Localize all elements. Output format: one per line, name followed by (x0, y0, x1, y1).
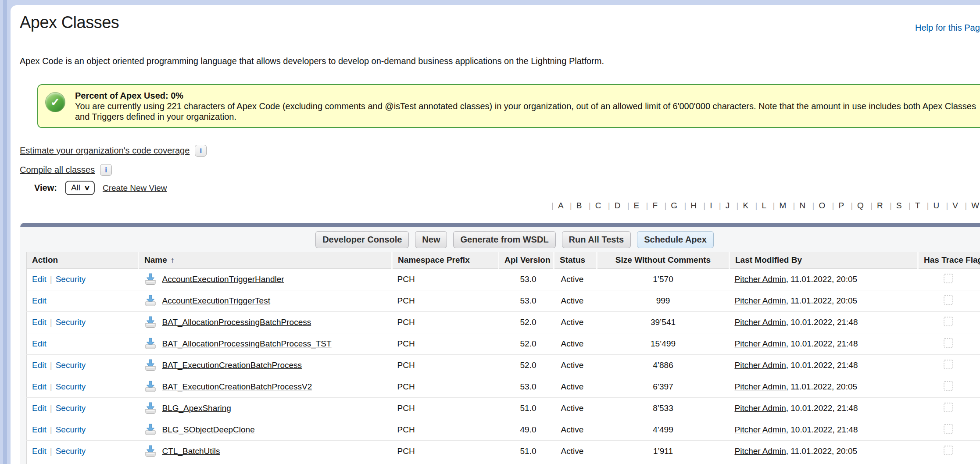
letter-link[interactable]: H (690, 201, 697, 210)
edit-link[interactable]: Edit (32, 360, 46, 370)
header-size-without-comments[interactable]: Size Without Comments (597, 252, 730, 269)
security-link[interactable]: Security (56, 425, 86, 434)
trace-flag-checkbox[interactable] (944, 360, 953, 369)
letter-link[interactable]: O (819, 201, 826, 210)
trace-flag-checkbox[interactable] (944, 446, 953, 455)
class-name-link[interactable]: BLG_SObjectDeepClone (162, 425, 255, 435)
list-toolbar: Developer Console New Generate from WSDL… (20, 227, 980, 252)
edit-link[interactable]: Edit (32, 403, 46, 413)
edit-link[interactable]: Edit (32, 318, 46, 327)
letter-link[interactable]: J (726, 201, 730, 210)
letter-link[interactable]: U (933, 201, 939, 210)
edit-link[interactable]: Edit (32, 425, 46, 434)
table-row: Edit|Security BLG_SObjectDeepC (27, 419, 980, 441)
security-link[interactable]: Security (56, 446, 86, 456)
last-modified-cell: Pitcher Admin, 10.01.2022, 21:48 (730, 355, 918, 376)
modified-by-link[interactable]: Pitcher Admin (735, 296, 786, 305)
letter-link[interactable]: P (839, 201, 844, 210)
action-cell: Edit| (27, 290, 139, 312)
header-status[interactable]: Status (554, 252, 597, 269)
create-new-view-link[interactable]: Create New View (103, 183, 167, 193)
class-name-link[interactable]: AccountExecutionTriggerTest (162, 296, 270, 306)
trace-flag-checkbox[interactable] (944, 381, 953, 391)
security-link[interactable]: Security (56, 382, 86, 391)
trace-flag-checkbox[interactable] (944, 424, 953, 434)
modified-by-link[interactable]: Pitcher Admin (735, 318, 786, 327)
letter-link[interactable]: B (576, 201, 582, 210)
trace-flag-checkbox[interactable] (944, 403, 953, 412)
security-link[interactable]: Security (56, 275, 86, 284)
letter-link[interactable]: C (595, 201, 601, 210)
edit-link[interactable]: Edit (32, 339, 46, 348)
compile-classes-link[interactable]: Compile all classes (20, 165, 95, 175)
header-name[interactable]: Name↑ (139, 252, 392, 269)
modified-by-link[interactable]: Pitcher Admin (735, 360, 786, 370)
letter-link[interactable]: M (780, 201, 787, 210)
alphabet-separator: | (664, 201, 666, 210)
schedule-apex-button[interactable]: Schedule Apex (637, 231, 714, 248)
modified-by-link[interactable]: Pitcher Admin (735, 382, 786, 391)
edit-link[interactable]: Edit (32, 382, 46, 391)
letter-link[interactable]: N (800, 201, 806, 210)
class-name-link[interactable]: BAT_ExecutionCreationBatchProcess (162, 360, 302, 370)
letter-link[interactable]: A (558, 201, 563, 210)
header-has-trace-flag[interactable]: Has Trace Flag (918, 252, 980, 269)
class-name-link[interactable]: BAT_AllocationProcessingBatchProcess (162, 318, 311, 327)
modified-by-link[interactable]: Pitcher Admin (735, 339, 786, 348)
trace-flag-checkbox[interactable] (944, 295, 953, 305)
info-icon[interactable]: i (100, 164, 112, 176)
class-name-link[interactable]: BAT_ExecutionCreationBatchProcessV2 (162, 382, 312, 392)
trace-flag-checkbox[interactable] (944, 338, 953, 348)
edit-link[interactable]: Edit (32, 275, 46, 284)
edit-link[interactable]: Edit (32, 296, 46, 305)
trace-flag-checkbox[interactable] (944, 274, 953, 283)
letter-link[interactable]: L (762, 201, 766, 210)
class-name-link[interactable]: AccountExecutionTriggerHandler (162, 275, 284, 284)
action-separator: | (50, 403, 52, 413)
run-all-tests-button[interactable]: Run All Tests (562, 231, 631, 248)
alphabet-item: |U (922, 201, 939, 210)
class-name-link[interactable]: BAT_AllocationProcessingBatchProcess_TST (162, 339, 332, 349)
help-link[interactable]: Help for this Page (915, 23, 980, 33)
letter-link[interactable]: E (634, 201, 640, 210)
header-last-modified-by[interactable]: Last Modified By (730, 252, 918, 269)
modified-by-link[interactable]: Pitcher Admin (735, 403, 786, 413)
letter-link[interactable]: F (653, 201, 658, 210)
security-link[interactable]: Security (56, 403, 86, 413)
edit-link[interactable]: Edit (32, 446, 46, 456)
trace-flag-checkbox[interactable] (944, 317, 953, 326)
new-button[interactable]: New (415, 231, 447, 248)
alphabet-separator: | (627, 201, 629, 210)
class-name-link[interactable]: CTL_BatchUtils (162, 446, 220, 456)
letter-link[interactable]: R (877, 201, 883, 210)
letter-link[interactable]: V (952, 201, 958, 210)
header-namespace-prefix[interactable]: Namespace Prefix (392, 252, 499, 269)
estimate-coverage-link[interactable]: Estimate your organization's code covera… (20, 146, 190, 156)
action-separator: | (50, 318, 52, 327)
letter-link[interactable]: K (743, 201, 749, 210)
generate-from-wsdl-button[interactable]: Generate from WSDL (453, 231, 555, 248)
security-link[interactable]: Security (56, 360, 86, 370)
view-select[interactable]: All ∨ (65, 181, 95, 195)
action-cell: Edit|Security (27, 441, 139, 462)
letter-link[interactable]: D (615, 201, 621, 210)
letter-link[interactable]: Q (857, 201, 864, 210)
security-link[interactable]: Security (56, 318, 86, 327)
modified-by-link[interactable]: Pitcher Admin (735, 425, 786, 434)
alphabet-separator: | (570, 201, 572, 210)
last-modified-cell: Pitcher Admin, 10.01.2022, 21:48 (730, 312, 918, 333)
alphabet-nav: |A |B |C |D |E |F |G |H |I |J |K |L |M |… (547, 201, 980, 211)
letter-link[interactable]: T (915, 201, 920, 210)
info-icon[interactable]: i (195, 145, 207, 157)
class-name-link[interactable]: BLG_ApexSharing (162, 403, 231, 413)
letter-link[interactable]: W (971, 201, 979, 210)
letter-link[interactable]: G (671, 201, 677, 210)
letter-link[interactable]: S (896, 201, 902, 210)
modified-by-link[interactable]: Pitcher Admin (735, 275, 786, 284)
letter-link[interactable]: I (710, 201, 712, 210)
developer-console-button[interactable]: Developer Console (315, 231, 409, 248)
modified-by-link[interactable]: Pitcher Admin (735, 446, 786, 456)
table-header-row: Action Name↑ Namespace Prefix Api Versio… (27, 252, 980, 269)
header-api-version[interactable]: Api Version (499, 252, 554, 269)
header-action[interactable]: Action (27, 252, 139, 269)
